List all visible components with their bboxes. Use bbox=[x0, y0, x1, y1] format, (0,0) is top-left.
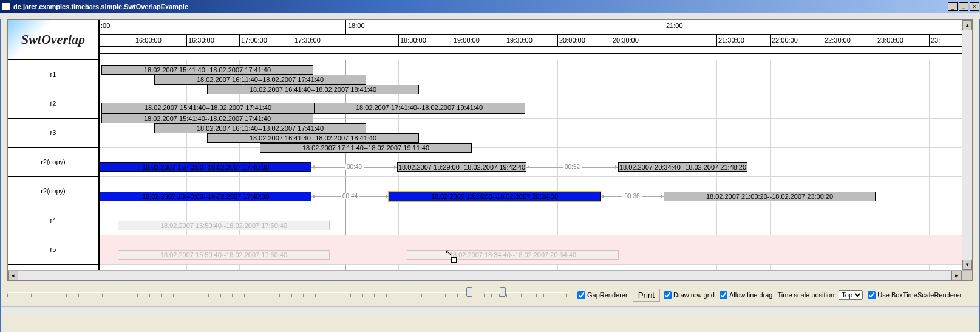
minimize-button[interactable]: _ bbox=[948, 2, 958, 11]
time-bar[interactable]: 18.02.2007 20:34:40--18.02.2007 21:48:20 bbox=[618, 162, 747, 172]
zoom-slider[interactable] bbox=[7, 288, 472, 302]
minor-tick-label: 16:00:00 bbox=[134, 36, 162, 44]
allow-line-drag-checkbox[interactable]: Allow line drag bbox=[720, 291, 773, 299]
major-tick-label: 21:00 bbox=[666, 22, 683, 29]
time-bar[interactable]: 18.02.2007 21:00:20--18.02.2007 23:00:20 bbox=[664, 192, 876, 201]
client-area: SwtOverlap :00 18:0021:00 16:00:0016:30:… bbox=[0, 19, 980, 332]
time-bar[interactable]: 18.02.2007 16:11:40--18.02.2007 17:41:40 bbox=[154, 75, 366, 85]
vertical-scrollbar[interactable]: ▴ ▾ bbox=[962, 20, 972, 270]
major-tick-label: 18:00 bbox=[348, 22, 365, 29]
row-header[interactable]: r2 bbox=[8, 89, 98, 119]
minor-tick-label: 19:30:00 bbox=[505, 36, 533, 44]
time-bar[interactable]: 18.02.2007 15:40:00--18.02.2007 17:40:00 bbox=[100, 192, 311, 201]
app-icon bbox=[2, 3, 10, 10]
time-bar[interactable]: 18.02.2007 15:50:40--18.02.2007 17:50:40 bbox=[118, 250, 330, 260]
draw-row-grid-checkbox[interactable]: Draw row grid bbox=[664, 291, 715, 299]
gap-indicator: 00:36 bbox=[601, 192, 664, 201]
row-header[interactable]: r2(copy) bbox=[8, 148, 98, 177]
minor-tick-label: 22:30:00 bbox=[823, 36, 851, 44]
time-bar[interactable]: 18.02.2007 16:41:40--18.02.2007 18:41:40 bbox=[207, 133, 419, 143]
minor-tick-label: 21:30:00 bbox=[716, 36, 744, 44]
minor-tick-label: 20:00:00 bbox=[557, 36, 585, 44]
titlebar: de.jaret.examples.timebars.simple.SwtOve… bbox=[0, 0, 980, 13]
close-button[interactable]: × bbox=[970, 2, 979, 11]
scroll-corner bbox=[962, 271, 972, 280]
timebar-viewer: SwtOverlap :00 18:0021:00 16:00:0016:30:… bbox=[7, 19, 973, 281]
time-bar[interactable]: 18.02.2007 15:41:40--18.02.2007 17:41:40 bbox=[101, 114, 313, 123]
minor-tick-label: 20:30:00 bbox=[611, 36, 639, 44]
allow-line-drag-label: Allow line drag bbox=[729, 291, 773, 299]
scroll-down-icon[interactable]: ▾ bbox=[962, 260, 972, 270]
horizontal-scrollbar[interactable]: ◂ ▸ bbox=[8, 270, 972, 280]
gap-indicator: 00:52 bbox=[526, 162, 618, 172]
chart-row: 18.02.2007 15:50:40--18.02.2007 17:50:40… bbox=[100, 235, 962, 265]
time-scale-major: :00 18:0021:00 bbox=[100, 20, 962, 35]
secondary-slider[interactable] bbox=[484, 288, 569, 302]
time-bar[interactable]: 18.02.2007 16:11:40--18.02.2007 17:41:40 bbox=[154, 123, 366, 133]
scroll-up-icon[interactable]: ▴ bbox=[962, 20, 972, 30]
gap-indicator: 00:44 bbox=[311, 192, 389, 201]
time-bar[interactable]: 18.02.2007 18:34:40--18.02.2007 20:34:40 bbox=[407, 250, 619, 260]
time-bar[interactable]: 18.02.2007 15:41:40--18.02.2007 17:41:40 bbox=[101, 65, 313, 75]
minor-tick-label: 23: bbox=[929, 36, 940, 44]
minor-tick-label: 19:00:00 bbox=[452, 36, 480, 44]
minor-tick-label: 18:30:00 bbox=[398, 36, 426, 44]
maximize-button[interactable]: □ bbox=[959, 2, 968, 11]
row-header[interactable]: r3 bbox=[8, 119, 98, 148]
minor-tick-label: 23:00:00 bbox=[876, 36, 903, 44]
time-scale-t0: :00 bbox=[101, 22, 110, 29]
corner-label-cell: SwtOverlap bbox=[8, 20, 100, 60]
time-scale[interactable]: :00 18:0021:00 16:00:0016:30:0017:00:001… bbox=[100, 20, 962, 54]
chart-row: 18.02.2007 15:50:40--18.02.2007 17:50:40 bbox=[100, 206, 962, 235]
time-bar[interactable]: 18.02.2007 15:41:40--18.02.2007 17:41:40… bbox=[101, 103, 525, 114]
time-bar[interactable]: 18.02.2007 15:50:40--18.02.2007 17:50:40 bbox=[118, 221, 330, 230]
row-header[interactable]: r4 bbox=[8, 206, 98, 235]
cursor-plus-icon: + bbox=[451, 257, 457, 263]
time-scale-position-select[interactable]: Top bbox=[839, 290, 863, 300]
time-bar[interactable]: 18.02.2007 18:24:00--18.02.2007 20:24:00 bbox=[389, 192, 601, 201]
scroll-right-icon[interactable]: ▸ bbox=[951, 271, 962, 280]
chart-row: 18.02.2007 15:40:00--18.02.2007 17:40:00… bbox=[100, 177, 962, 206]
time-scale-minor: 16:00:0016:30:0017:00:0017:30:0018:30:00… bbox=[100, 35, 962, 47]
print-button[interactable]: Print bbox=[633, 289, 660, 302]
minor-tick-label: 17:00:00 bbox=[239, 36, 267, 44]
row-header[interactable]: r2(copy) bbox=[8, 177, 98, 206]
box-renderer-checkbox[interactable]: Use BoxTimeScaleRenderer bbox=[868, 291, 962, 299]
time-bar[interactable]: 18.02.2007 18:29:00--18.02.2007 19:42:40 bbox=[397, 162, 526, 172]
chart-row: 18.02.2007 15:40:00--18.02.2007 17:40:00… bbox=[100, 148, 962, 177]
row-header[interactable]: r5 bbox=[8, 235, 98, 265]
time-bar[interactable]: 18.02.2007 15:40:00--18.02.2007 17:40:00 bbox=[100, 162, 311, 172]
minor-tick-label: 16:30:00 bbox=[186, 36, 214, 44]
gap-indicator: 00:49 bbox=[311, 162, 397, 172]
minor-tick-label: 17:30:00 bbox=[293, 36, 321, 44]
chart-area[interactable]: 18.02.2007 15:41:40--18.02.2007 17:41:40… bbox=[100, 60, 962, 271]
scroll-left-icon[interactable]: ◂ bbox=[8, 271, 18, 280]
chart-row: 18.02.2007 15:41:40--18.02.2007 17:41:40… bbox=[100, 119, 962, 148]
box-renderer-label: Use BoxTimeScaleRenderer bbox=[877, 291, 962, 299]
time-scale-position-label: Time scale position: bbox=[777, 291, 836, 299]
corner-label: SwtOverlap bbox=[21, 32, 85, 47]
bottom-toolbar: GapRenderer Print Draw row grid Allow li… bbox=[1, 283, 979, 306]
gap-renderer-checkbox[interactable]: GapRenderer bbox=[577, 291, 628, 299]
draw-row-grid-label: Draw row grid bbox=[673, 291, 715, 299]
minor-tick-label: 22:00:00 bbox=[770, 36, 798, 44]
row-header[interactable]: r1 bbox=[8, 60, 98, 89]
gap-renderer-label: GapRenderer bbox=[587, 291, 628, 299]
window-title: de.jaret.examples.timebars.simple.SwtOve… bbox=[12, 3, 947, 10]
row-headers: r1r2r3r2(copy)r2(copy)r4r5 bbox=[8, 60, 100, 271]
status-bar bbox=[1, 306, 979, 315]
chart-row: 18.02.2007 15:41:40--18.02.2007 17:41:40… bbox=[100, 60, 962, 89]
